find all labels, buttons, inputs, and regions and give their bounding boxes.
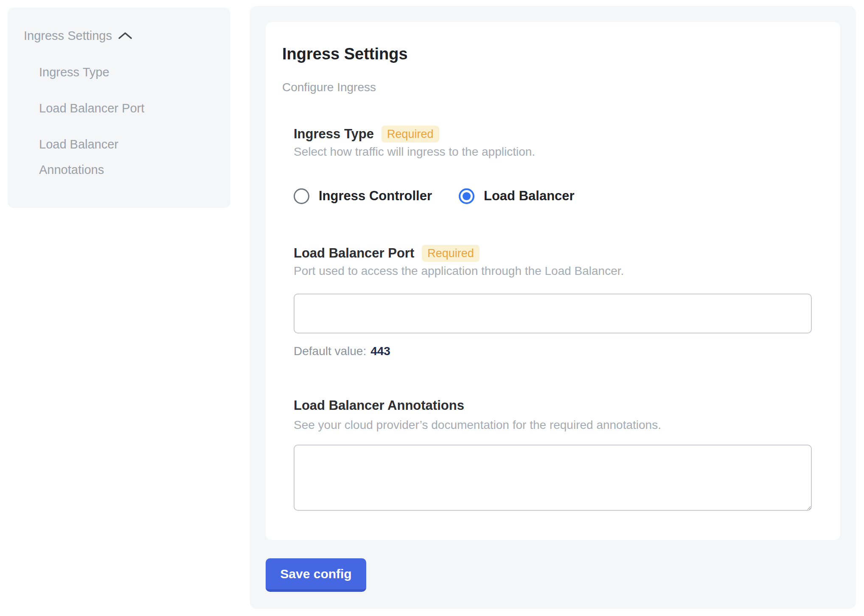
section-load-balancer-port: Load Balancer Port Required Port used to… xyxy=(294,244,823,359)
save-config-button[interactable]: Save config xyxy=(266,558,366,592)
page-subtitle: Configure Ingress xyxy=(282,79,823,95)
radio-ingress-controller[interactable] xyxy=(294,188,309,204)
sidebar-group-ingress-settings[interactable]: Ingress Settings xyxy=(24,27,218,44)
section-load-balancer-annotations: Load Balancer Annotations See your cloud… xyxy=(294,396,823,511)
settings-panel: Ingress Settings Configure Ingress Ingre… xyxy=(250,6,856,609)
sidebar-item-ingress-type[interactable]: Ingress Type xyxy=(39,59,175,85)
load-balancer-port-input[interactable] xyxy=(294,294,812,333)
ingress-type-radio-group: Ingress Controller Load Balancer xyxy=(294,187,823,205)
lb-port-label: Load Balancer Port xyxy=(294,244,414,263)
default-value-number: 443 xyxy=(370,344,390,358)
sidebar-item-load-balancer-port[interactable]: Load Balancer Port xyxy=(39,95,175,121)
lb-annotations-label: Load Balancer Annotations xyxy=(294,396,464,415)
ingress-type-label: Ingress Type xyxy=(294,125,374,143)
chevron-up-icon xyxy=(118,31,132,40)
form-sections: Ingress Type Required Select how traffic… xyxy=(294,125,823,511)
radio-load-balancer[interactable] xyxy=(459,188,474,204)
radio-label-ingress-controller: Ingress Controller xyxy=(319,187,432,205)
page-title: Ingress Settings xyxy=(282,43,823,65)
default-value-prefix: Default value: xyxy=(294,344,366,358)
ingress-type-required-badge: Required xyxy=(382,126,439,143)
radio-label-load-balancer: Load Balancer xyxy=(484,187,575,205)
ingress-type-description: Select how traffic will ingress to the a… xyxy=(294,143,823,160)
lb-port-required-badge: Required xyxy=(422,245,480,262)
radio-option-load-balancer[interactable]: Load Balancer xyxy=(459,187,575,205)
sidebar-item-load-balancer-annotations[interactable]: Load Balancer Annotations xyxy=(39,132,175,182)
lb-annotations-description: See your cloud provider’s documentation … xyxy=(294,417,823,434)
sidebar-nav: Ingress Type Load Balancer Port Load Bal… xyxy=(39,59,175,182)
lb-port-default-helper: Default value:443 xyxy=(294,343,823,359)
lb-port-label-row: Load Balancer Port Required xyxy=(294,244,823,263)
settings-card: Ingress Settings Configure Ingress Ingre… xyxy=(266,22,840,540)
section-ingress-type: Ingress Type Required Select how traffic… xyxy=(294,125,823,205)
sidebar: Ingress Settings Ingress Type Load Balan… xyxy=(8,8,230,208)
lb-annotations-label-row: Load Balancer Annotations xyxy=(294,396,823,415)
sidebar-group-label: Ingress Settings xyxy=(24,27,112,44)
lb-port-description: Port used to access the application thro… xyxy=(294,263,823,280)
radio-option-ingress-controller[interactable]: Ingress Controller xyxy=(294,187,432,205)
ingress-type-label-row: Ingress Type Required xyxy=(294,125,823,143)
load-balancer-annotations-textarea[interactable] xyxy=(294,445,812,511)
